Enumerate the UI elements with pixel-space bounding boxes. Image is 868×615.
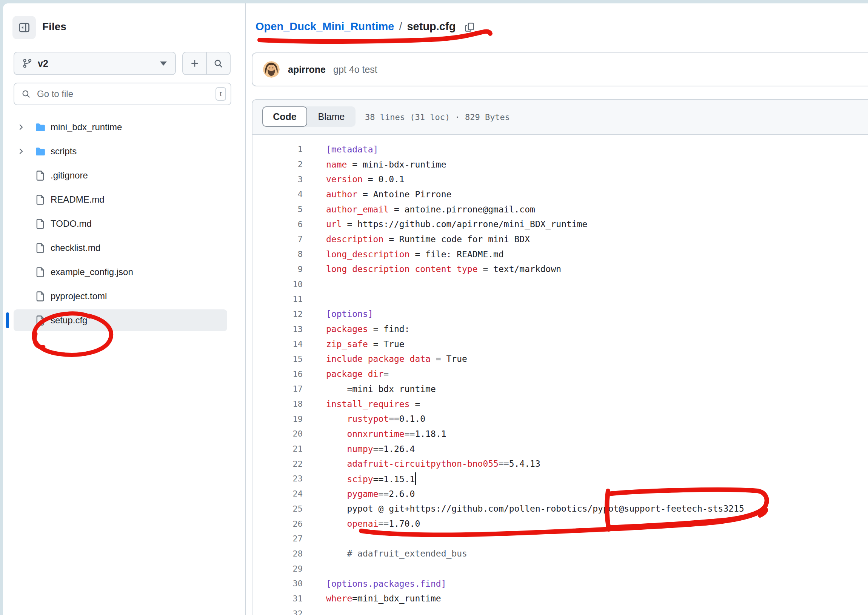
code-line-content: rustypot==0.1.0 xyxy=(303,414,425,424)
file-tree-item-label: mini_bdx_runtime xyxy=(51,122,122,133)
line-number[interactable]: 23 xyxy=(253,474,303,483)
line-number[interactable]: 9 xyxy=(253,264,303,274)
line-number[interactable]: 10 xyxy=(253,279,303,289)
code-line: 27 xyxy=(253,531,868,546)
line-number[interactable]: 12 xyxy=(253,309,303,319)
code-line: 10 xyxy=(253,276,868,292)
tab-code[interactable]: Code xyxy=(262,106,307,127)
line-number[interactable]: 19 xyxy=(253,414,303,424)
breadcrumb-file-name: setup.cfg xyxy=(407,20,456,33)
code-line: 23 scipy==1.15.1 xyxy=(253,471,868,486)
line-number[interactable]: 8 xyxy=(253,250,303,259)
latest-commit-bar: apirrone gpt 4o test xyxy=(252,52,868,86)
code-line-content: numpy==1.26.4 xyxy=(303,444,415,454)
code-line: 12[options] xyxy=(253,307,868,322)
line-number[interactable]: 25 xyxy=(253,504,303,514)
line-number[interactable]: 1 xyxy=(253,145,303,154)
sidebar-collapse-icon xyxy=(18,22,30,34)
code-line: 20 onnxruntime==1.18.1 xyxy=(253,426,868,442)
file-tree-item[interactable]: .gitignore xyxy=(3,163,245,187)
line-number[interactable]: 14 xyxy=(253,339,303,349)
line-number[interactable]: 31 xyxy=(253,594,303,603)
file-tree-item[interactable]: example_config.json xyxy=(3,260,245,284)
line-number[interactable]: 18 xyxy=(253,399,303,409)
code-line: 15include_package_data = True xyxy=(253,352,868,367)
line-number[interactable]: 29 xyxy=(253,564,303,573)
line-number[interactable]: 4 xyxy=(253,189,303,199)
go-to-file-input[interactable] xyxy=(36,88,215,100)
code-line-content: zip_safe = True xyxy=(303,339,404,349)
plus-icon xyxy=(190,58,200,68)
file-tree-item[interactable]: setup.cfg xyxy=(3,308,245,332)
code-line: 14zip_safe = True xyxy=(253,337,868,352)
line-number[interactable]: 3 xyxy=(253,175,303,184)
code-line: 31where=mini_bdx_runtime xyxy=(253,591,868,606)
code-line: 6url = https://github.com/apirrone/mini_… xyxy=(253,217,868,232)
copy-icon xyxy=(464,22,475,33)
code-line: 11 xyxy=(253,292,868,307)
search-icon xyxy=(21,89,31,99)
code-line: 16package_dir= xyxy=(253,366,868,381)
code-line-content: url = https://github.com/apirrone/mini_B… xyxy=(303,219,587,229)
file-tree-item[interactable]: TODO.md xyxy=(3,212,245,236)
file-tree-item[interactable]: checklist.md xyxy=(3,236,245,260)
branch-selector[interactable]: v2 xyxy=(14,52,176,75)
folder-icon xyxy=(35,146,46,157)
line-number[interactable]: 16 xyxy=(253,369,303,379)
code-line: 32 xyxy=(253,606,868,615)
copy-path-button[interactable] xyxy=(464,22,475,33)
file-tree-item[interactable]: README.md xyxy=(3,187,245,212)
code-line-content: include_package_data = True xyxy=(303,354,467,364)
line-number[interactable]: 22 xyxy=(253,459,303,468)
code-line-content: version = 0.0.1 xyxy=(303,174,404,184)
line-number[interactable]: 13 xyxy=(253,325,303,334)
code-line-content: =mini_bdx_runtime xyxy=(303,384,436,394)
add-file-button[interactable] xyxy=(183,52,206,74)
line-number[interactable]: 7 xyxy=(253,234,303,244)
file-tree-item-label: pyproject.toml xyxy=(51,291,107,301)
code-line: 21 numpy==1.26.4 xyxy=(253,442,868,457)
code-line-content: packages = find: xyxy=(303,324,410,334)
search-tree-button[interactable] xyxy=(206,52,230,74)
line-number[interactable]: 20 xyxy=(253,429,303,439)
line-number[interactable]: 32 xyxy=(253,609,303,615)
collapse-sidebar-button[interactable] xyxy=(12,16,36,39)
code-line: 18install_requires = xyxy=(253,396,868,412)
file-tree-item[interactable]: scripts xyxy=(3,139,245,163)
file-tree-item[interactable]: pyproject.toml xyxy=(3,284,245,308)
line-number[interactable]: 28 xyxy=(253,549,303,559)
code-line: 3version = 0.0.1 xyxy=(253,172,868,187)
breadcrumb-separator: / xyxy=(399,20,402,33)
line-number[interactable]: 26 xyxy=(253,519,303,529)
line-number[interactable]: 24 xyxy=(253,489,303,498)
tab-blame[interactable]: Blame xyxy=(307,106,356,127)
code-line: 28 # adafruit_extended_bus xyxy=(253,546,868,562)
chevron-right-icon xyxy=(17,123,26,132)
file-icon xyxy=(35,170,46,181)
code-line-content: [metadata] xyxy=(303,145,378,154)
current-branch-label: v2 xyxy=(38,58,48,69)
text-cursor xyxy=(415,472,416,485)
line-number[interactable]: 17 xyxy=(253,384,303,393)
github-file-page: Files v2 xyxy=(3,3,868,615)
line-number[interactable]: 27 xyxy=(253,534,303,543)
line-number[interactable]: 30 xyxy=(253,579,303,588)
file-icon xyxy=(35,242,46,254)
commit-author[interactable]: apirrone xyxy=(288,64,326,75)
code-line: 30[options.packages.find] xyxy=(253,576,868,591)
line-number[interactable]: 2 xyxy=(253,159,303,169)
line-number[interactable]: 15 xyxy=(253,354,303,364)
file-tree-item[interactable]: mini_bdx_runtime xyxy=(3,115,245,139)
file-tree-item-label: setup.cfg xyxy=(51,315,87,326)
breadcrumb-repo-link[interactable]: Open_Duck_Mini_Runtime xyxy=(256,20,394,33)
line-number[interactable]: 21 xyxy=(253,444,303,454)
line-number[interactable]: 6 xyxy=(253,220,303,229)
code-line: 2name = mini-bdx-runtime xyxy=(253,157,868,172)
code-line: 17 =mini_bdx_runtime xyxy=(253,381,868,396)
commit-message[interactable]: gpt 4o test xyxy=(333,64,378,75)
files-panel-title: Files xyxy=(42,21,66,33)
avatar[interactable] xyxy=(263,61,279,78)
code-line-content: description = Runtime code for mini BDX xyxy=(303,234,530,244)
line-number[interactable]: 5 xyxy=(253,204,303,214)
line-number[interactable]: 11 xyxy=(253,294,303,304)
